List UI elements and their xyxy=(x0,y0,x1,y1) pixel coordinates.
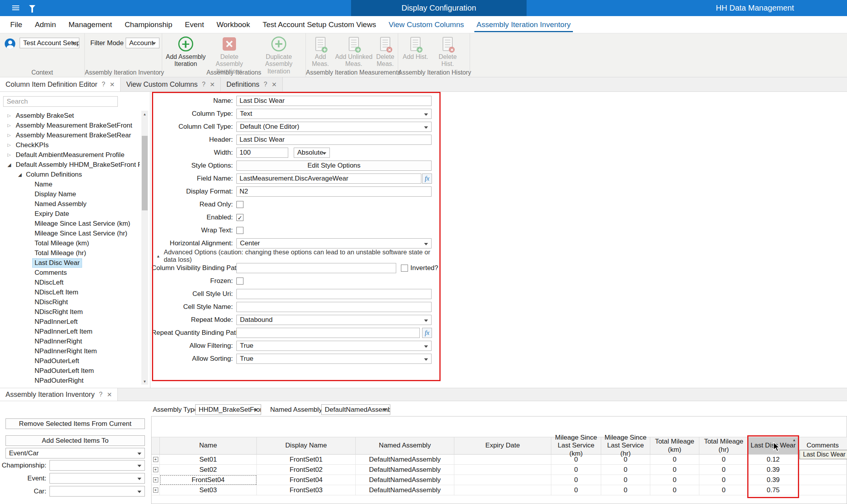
menu-admin[interactable]: Admin xyxy=(29,16,62,33)
scroll-down-icon[interactable]: ▼ xyxy=(141,378,148,385)
named-assembly-dropdown[interactable]: DefaultNamedAssembly xyxy=(321,404,390,415)
edit-style-options-button[interactable]: Edit Style Options xyxy=(236,161,432,171)
collapse-icon[interactable]: ▲ xyxy=(156,254,160,258)
menu-icon[interactable] xyxy=(12,4,19,11)
cell-total-km[interactable]: 0 xyxy=(650,465,699,475)
menu-file[interactable]: File xyxy=(4,16,29,33)
cell-total-km[interactable]: 0 xyxy=(650,475,699,485)
expand-icon[interactable]: + xyxy=(153,477,158,482)
tree-scrollbar[interactable]: ▲ ▼ xyxy=(141,111,148,385)
tree-item[interactable]: NPadOuterRight xyxy=(0,376,140,385)
menu-workbook[interactable]: Workbook xyxy=(210,16,256,33)
cell-mileage-km[interactable]: 0 xyxy=(551,455,601,465)
cell-named-assembly[interactable]: DefaultNamedAssembly xyxy=(356,455,454,465)
grid-header-named-assembly[interactable]: Named Assembly xyxy=(356,437,454,455)
remove-selected-items-button[interactable]: Remove Selected Items From Current xyxy=(5,418,145,429)
tree-item[interactable]: ▷Assembly Measurement BrakeSetRear xyxy=(0,130,140,140)
cell-expiry-date[interactable] xyxy=(454,455,551,465)
horizontal-alignment-dropdown[interactable]: Center xyxy=(236,238,432,248)
frozen-checkbox[interactable] xyxy=(236,278,243,285)
tree-item[interactable]: NDiscRight xyxy=(0,297,140,307)
help-icon[interactable]: ? xyxy=(264,81,267,88)
formula-icon[interactable]: fx xyxy=(422,173,432,184)
cell-last-disc-wear[interactable]: 0.12 xyxy=(748,455,798,465)
cell-name[interactable]: FrontSet04 xyxy=(160,475,257,485)
cell-comments[interactable] xyxy=(798,465,847,475)
tree-item[interactable]: NPadOuterLeft xyxy=(0,356,140,366)
cell-mileage-hr[interactable]: 0 xyxy=(601,465,650,475)
cell-display-name[interactable]: FrontSet03 xyxy=(257,485,356,495)
filter-icon[interactable] xyxy=(29,5,35,9)
scroll-up-icon[interactable]: ▲ xyxy=(141,111,148,117)
cell-named-assembly[interactable]: DefaultNamedAssembly xyxy=(356,465,454,475)
cell-last-disc-wear[interactable]: 0.39 xyxy=(748,475,798,485)
width-input[interactable] xyxy=(236,148,288,158)
tree-item[interactable]: ▷Assembly BrakeSet xyxy=(0,111,140,121)
tree-item[interactable]: NPadInnerLeft xyxy=(0,317,140,327)
add-target-dropdown[interactable]: Event/Car xyxy=(5,448,145,458)
tree-item[interactable]: ▷Assembly Measurement BrakeSetFront xyxy=(0,121,140,130)
menu-test-account-setup-custom-views[interactable]: Test Account Setup Custom Views xyxy=(256,16,382,33)
cell-total-hr[interactable]: 0 xyxy=(699,455,748,465)
field-name-input[interactable] xyxy=(236,173,421,184)
tree-item[interactable]: NPadInnerRight xyxy=(0,336,140,346)
tab-assembly-iteration-inventory[interactable]: Assembly Iteration Inventory ? ✕ xyxy=(0,388,118,401)
allow-filtering-dropdown[interactable]: True xyxy=(236,341,432,351)
column-type-dropdown[interactable]: Text xyxy=(236,109,432,119)
cell-comments[interactable] xyxy=(798,475,847,485)
cell-total-hr[interactable]: 0 xyxy=(699,475,748,485)
tree-expander-icon[interactable]: ▷ xyxy=(7,142,11,148)
help-icon[interactable]: ? xyxy=(102,81,105,88)
repeat-mode-dropdown[interactable]: Databound xyxy=(236,315,432,325)
grid-header-display-name[interactable]: Display Name xyxy=(257,437,356,455)
cell-total-hr[interactable]: 0 xyxy=(699,485,748,495)
column-cell-type-dropdown[interactable]: Default (One Editor) xyxy=(236,122,432,132)
tree-item[interactable]: NDiscLeft Item xyxy=(0,287,140,297)
account-combobox[interactable]: Test Account Setup xyxy=(20,38,79,48)
cell-total-hr[interactable]: 0 xyxy=(699,465,748,475)
cell-mileage-hr[interactable]: 0 xyxy=(601,455,650,465)
tree-expander-icon[interactable]: ▷ xyxy=(7,113,11,118)
expand-icon[interactable]: + xyxy=(153,457,158,462)
tree-item[interactable]: Mileage Since Last Service (km) xyxy=(0,219,140,228)
close-icon[interactable]: ✕ xyxy=(107,391,112,398)
cell-name[interactable]: Set01 xyxy=(160,455,257,465)
cell-expiry-date[interactable] xyxy=(454,465,551,475)
cell-mileage-km[interactable]: 0 xyxy=(551,485,601,495)
inverted-checkbox[interactable] xyxy=(401,265,408,272)
help-icon[interactable]: ? xyxy=(99,391,102,398)
cell-total-km[interactable]: 0 xyxy=(650,455,699,465)
cell-mileage-hr[interactable]: 0 xyxy=(601,485,650,495)
tree-item[interactable]: ◢Default Assembly HHDM_BrakeSetFront Pro… xyxy=(0,160,140,170)
menu-championship[interactable]: Championship xyxy=(118,16,178,33)
grid-header-mileage-km[interactable]: Mileage Since Last Service (km) xyxy=(551,437,601,455)
cell-expiry-date[interactable] xyxy=(454,475,551,485)
tree-item[interactable]: NPadOuterLeft Item xyxy=(0,366,140,376)
tree-expander-icon[interactable]: ◢ xyxy=(18,172,22,177)
width-mode-dropdown[interactable]: Absolute xyxy=(294,148,330,158)
expand-icon[interactable]: + xyxy=(153,488,158,493)
cell-total-km[interactable]: 0 xyxy=(650,485,699,495)
tree-item[interactable]: Total Mileage (hr) xyxy=(0,248,140,258)
cell-display-name[interactable]: FrontSet04 xyxy=(257,475,356,485)
cell-name[interactable]: Set03 xyxy=(160,485,257,495)
tree-item[interactable]: ▷CheckKPIs xyxy=(0,140,140,150)
championship-dropdown[interactable] xyxy=(49,460,145,471)
advanced-options-header[interactable]: Advanced Options (caution: changing thes… xyxy=(164,248,438,263)
tree-expander-icon[interactable]: ▷ xyxy=(7,152,11,157)
tree-item[interactable]: NPadInnerRight Item xyxy=(0,346,140,356)
grid-header-mileage-hr[interactable]: Mileage Since Last Service (hr) xyxy=(601,437,650,455)
menu-event[interactable]: Event xyxy=(179,16,210,33)
close-icon[interactable]: ✕ xyxy=(210,81,215,88)
read-only-checkbox[interactable] xyxy=(236,201,243,208)
tree-item[interactable]: NPadInnerLeft Item xyxy=(0,327,140,336)
tree-expander-icon[interactable]: ◢ xyxy=(7,162,11,168)
repeat-qty-binding-path-input[interactable] xyxy=(236,328,420,338)
cell-expiry-date[interactable] xyxy=(454,485,551,495)
tree-item[interactable]: Total Mileage (km) xyxy=(0,238,140,248)
tree-expander-icon[interactable]: ▷ xyxy=(7,123,11,128)
cell-last-disc-wear[interactable]: 0.39 xyxy=(748,465,798,475)
cell-mileage-km[interactable]: 0 xyxy=(551,475,601,485)
tree-item[interactable]: NDiscRight Item xyxy=(0,307,140,317)
tab-column-item-definition-editor[interactable]: Column Item Definition Editor ? ✕ xyxy=(0,77,121,91)
